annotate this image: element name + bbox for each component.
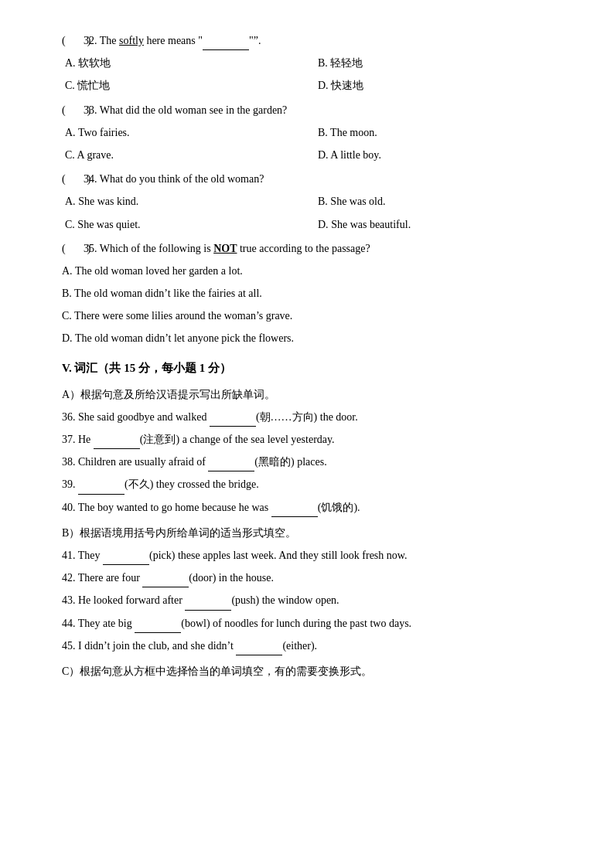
q32-option-d: D. 快速地 [315, 76, 568, 95]
question-35-line: ( ) 35. Which of the following is NOT tr… [62, 239, 568, 258]
q35-option-b: B. The old woman didn’t like the fairies… [62, 284, 568, 303]
question-35: ( ) 35. Which of the following is NOT tr… [62, 239, 568, 349]
q35-option-d: D. The old woman didn’t let anyone pick … [62, 328, 568, 348]
q45-blank [236, 655, 282, 655]
q33-option-d: D. A little boy. [315, 145, 568, 165]
q33-option-a: A. Two fairies. [62, 123, 315, 142]
q33-options-row2: C. A grave. D. A little boy. [62, 145, 568, 165]
q33-option-b: B. The moon. [315, 123, 568, 142]
q32-option-a: A. 软软地 [62, 53, 315, 73]
q34-paren: ( ) [62, 169, 84, 189]
q33-paren: ( ) [62, 100, 84, 120]
q35-option-c: C. There were some lilies around the wom… [62, 306, 568, 325]
q40-line: 40. The boy wanted to go home because he… [62, 498, 568, 517]
q34-text: 34. What do you think of the old woman? [84, 169, 264, 189]
q36-line: 36. She said goodbye and walked (朝……方向) … [62, 407, 568, 427]
q34-option-d: D. She was beautiful. [315, 215, 568, 234]
subsection-c-title: C）根据句意从方框中选择恰当的单词填空，有的需要变换形式。 [62, 662, 568, 681]
q32-options-row1: A. 软软地 B. 轻轻地 [62, 53, 568, 73]
q35-option-a: A. The old woman loved her garden a lot. [62, 261, 568, 281]
subsection-b-title: B）根据语境用括号内所给单词的适当形式填空。 [62, 523, 568, 543]
q35-text: 35. Which of the following is NOT true a… [84, 239, 370, 258]
q34-options-row2: C. She was quiet. D. She was beautiful. [62, 215, 568, 234]
q34-option-b: B. She was old. [315, 192, 568, 211]
q41-blank [103, 564, 149, 565]
q35-not: NOT [213, 243, 237, 254]
q35-paren: ( ) [62, 239, 84, 258]
q42-line: 42. There are four (door) in the house. [62, 568, 568, 587]
q34-options-row1: A. She was kind. B. She was old. [62, 192, 568, 211]
question-33-line: ( ) 33. What did the old woman see in th… [62, 100, 568, 120]
q45-line: 45. I didn’t join the club, and she didn… [62, 636, 568, 655]
q43-blank [185, 610, 231, 611]
q42-blank [142, 587, 189, 587]
q34-option-c: C. She was quiet. [62, 215, 315, 234]
q33-options-row1: A. Two fairies. B. The moon. [62, 123, 568, 142]
q40-blank [271, 516, 318, 517]
question-32: ( ) 32. The softly here means ""”. A. 软软… [62, 31, 568, 96]
q37-line: 37. He (注意到) a change of the sea level y… [62, 430, 568, 449]
question-34: ( ) 34. What do you think of the old wom… [62, 169, 568, 234]
q32-paren: ( ) [62, 31, 84, 50]
q32-option-c: C. 慌忙地 [62, 76, 315, 95]
q32-options-row2: C. 慌忙地 D. 快速地 [62, 76, 568, 95]
q39-line: 39. (不久) they crossed the bridge. [62, 475, 568, 494]
q32-blank [203, 49, 249, 50]
question-34-line: ( ) 34. What do you think of the old wom… [62, 169, 568, 189]
q32-option-b: B. 轻轻地 [315, 53, 568, 73]
q36-blank [210, 426, 256, 427]
q34-option-a: A. She was kind. [62, 192, 315, 211]
q44-blank [135, 632, 181, 633]
q44-line: 44. They ate big (bowl) of noodles for l… [62, 614, 568, 633]
q38-line: 38. Children are usually afraid of (黑暗的)… [62, 452, 568, 471]
q33-text: 33. What did the old woman see in the ga… [84, 100, 287, 120]
q37-blank [94, 448, 140, 449]
q39-blank [78, 494, 125, 495]
question-32-line: ( ) 32. The softly here means ""”. [62, 31, 568, 50]
q41-line: 41. They (pick) these apples last week. … [62, 546, 568, 565]
q33-option-c: C. A grave. [62, 145, 315, 165]
q38-blank [208, 471, 254, 471]
q32-underlined: softly [119, 35, 144, 46]
q43-line: 43. He looked forward after (push) the w… [62, 591, 568, 610]
question-33: ( ) 33. What did the old woman see in th… [62, 100, 568, 165]
q32-text: 32. The softly here means ""”. [84, 31, 261, 50]
subsection-a-title: A）根据句意及所给汉语提示写出所缺单词。 [62, 385, 568, 404]
section-v-title: V. 词汇（共 15 分，每小题 1 分） [62, 358, 568, 379]
